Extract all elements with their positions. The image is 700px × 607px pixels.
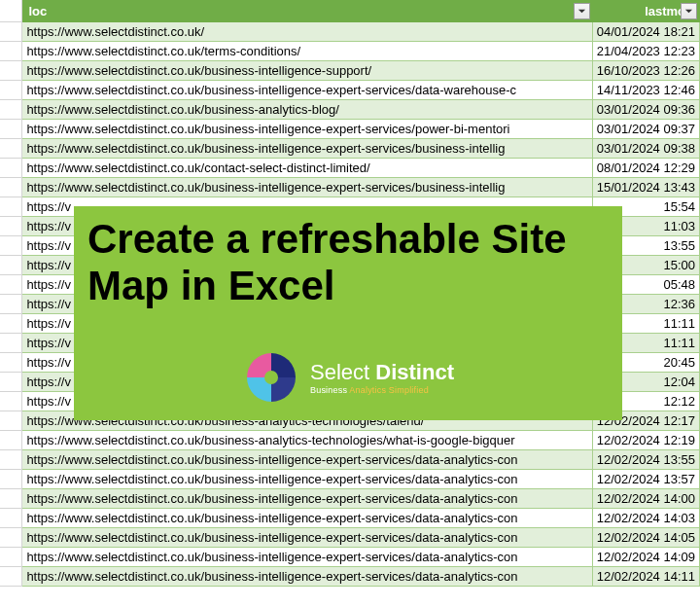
row-gutter: [0, 295, 22, 314]
row-gutter: [0, 373, 22, 392]
row-gutter: [0, 61, 22, 81]
table-row: https://www.selectdistinct.co.uk/busines…: [0, 431, 700, 450]
cell-lastmod[interactable]: 03/01/2024 09:37: [592, 120, 699, 139]
table-row: https://www.selectdistinct.co.uk/busines…: [0, 528, 700, 548]
cell-loc[interactable]: https://www.selectdistinct.co.uk/terms-c…: [22, 42, 592, 61]
cell-lastmod[interactable]: 12/02/2024 14:09: [592, 548, 699, 567]
row-gutter: [0, 314, 22, 334]
cell-lastmod[interactable]: 15/01/2024 13:43: [592, 178, 699, 197]
cell-loc[interactable]: https://www.selectdistinct.co.uk/busines…: [22, 450, 592, 470]
column-header-label: loc: [28, 4, 47, 18]
table-row: https://www.selectdistinct.co.uk/busines…: [0, 548, 700, 567]
row-gutter: [0, 431, 22, 450]
row-gutter: [0, 509, 22, 528]
cell-lastmod[interactable]: 12/02/2024 14:03: [592, 509, 699, 528]
row-gutter: [0, 197, 22, 217]
cell-loc[interactable]: https://www.selectdistinct.co.uk/busines…: [22, 100, 592, 120]
row-gutter: [0, 236, 22, 256]
title-overlay: Create a refreshable Site Map in Excel S…: [74, 206, 622, 420]
row-gutter: [0, 81, 22, 100]
row-gutter: [0, 139, 22, 159]
cell-loc[interactable]: https://www.selectdistinct.co.uk/busines…: [22, 81, 592, 100]
cell-lastmod[interactable]: 12/02/2024 14:05: [592, 528, 699, 548]
cell-lastmod[interactable]: 12/02/2024 14:11: [592, 567, 699, 587]
cell-lastmod[interactable]: 16/10/2023 12:26: [592, 61, 699, 81]
cell-loc[interactable]: https://www.selectdistinct.co.uk/busines…: [22, 139, 592, 159]
table-row: https://www.selectdistinct.co.uk/busines…: [0, 450, 700, 470]
row-gutter: [0, 100, 22, 120]
row-gutter: [0, 334, 22, 353]
row-gutter: [0, 548, 22, 567]
row-gutter: [0, 217, 22, 236]
cell-loc[interactable]: https://www.selectdistinct.co.uk/busines…: [22, 61, 592, 81]
row-gutter: [0, 470, 22, 489]
row-gutter: [0, 353, 22, 373]
cell-lastmod[interactable]: 03/01/2024 09:38: [592, 139, 699, 159]
row-gutter: [0, 256, 22, 275]
filter-dropdown-icon[interactable]: [574, 3, 590, 19]
table-row: https://www.selectdistinct.co.uk/busines…: [0, 139, 700, 159]
overlay-title: Create a refreshable Site Map in Excel: [88, 216, 609, 310]
row-gutter: [0, 411, 22, 431]
table-row: https://www.selectdistinct.co.uk/busines…: [0, 489, 700, 509]
row-gutter: [0, 567, 22, 587]
cell-lastmod[interactable]: 08/01/2024 12:29: [592, 159, 699, 178]
column-header-loc[interactable]: loc: [22, 1, 592, 22]
row-gutter: [0, 178, 22, 197]
table-row: https://www.selectdistinct.co.uk/terms-c…: [0, 42, 700, 61]
table-row: https://www.selectdistinct.co.uk/busines…: [0, 81, 700, 100]
column-header-lastmod[interactable]: lastmod: [592, 1, 699, 22]
logo-text: Select Distinct Business Analytics Simpl…: [310, 360, 454, 395]
cell-lastmod[interactable]: 04/01/2024 18:21: [592, 22, 699, 42]
table-row: https://www.selectdistinct.co.uk/busines…: [0, 178, 700, 197]
table-row: https://www.selectdistinct.co.uk/busines…: [0, 470, 700, 489]
row-gutter: [0, 159, 22, 178]
cell-lastmod[interactable]: 12/02/2024 14:00: [592, 489, 699, 509]
cell-loc[interactable]: https://www.selectdistinct.co.uk/busines…: [22, 509, 592, 528]
filter-dropdown-icon[interactable]: [681, 3, 697, 19]
row-gutter: [0, 22, 22, 42]
table-row: https://www.selectdistinct.co.uk/busines…: [0, 509, 700, 528]
table-row: https://www.selectdistinct.co.uk/busines…: [0, 567, 700, 587]
cell-loc[interactable]: https://www.selectdistinct.co.uk/busines…: [22, 528, 592, 548]
table-row: https://www.selectdistinct.co.uk/busines…: [0, 100, 700, 120]
brand-logo: Select Distinct Business Analytics Simpl…: [242, 348, 454, 407]
cell-loc[interactable]: https://www.selectdistinct.co.uk/contact…: [22, 159, 592, 178]
table-row: https://www.selectdistinct.co.uk/busines…: [0, 61, 700, 81]
cell-loc[interactable]: https://www.selectdistinct.co.uk/busines…: [22, 178, 592, 197]
table-row: https://www.selectdistinct.co.uk/busines…: [0, 120, 700, 139]
row-gutter: [0, 275, 22, 295]
cell-loc[interactable]: https://www.selectdistinct.co.uk/busines…: [22, 548, 592, 567]
row-gutter: [0, 450, 22, 470]
cell-loc[interactable]: https://www.selectdistinct.co.uk/busines…: [22, 489, 592, 509]
row-gutter: [0, 1, 22, 22]
cell-lastmod[interactable]: 21/04/2023 12:23: [592, 42, 699, 61]
cell-lastmod[interactable]: 14/11/2023 12:46: [592, 81, 699, 100]
cell-loc[interactable]: https://www.selectdistinct.co.uk/busines…: [22, 120, 592, 139]
row-gutter: [0, 120, 22, 139]
cell-loc[interactable]: https://www.selectdistinct.co.uk/: [22, 22, 592, 42]
cell-lastmod[interactable]: 12/02/2024 13:55: [592, 450, 699, 470]
row-gutter: [0, 489, 22, 509]
cell-lastmod[interactable]: 12/02/2024 12:19: [592, 431, 699, 450]
table-row: https://www.selectdistinct.co.uk/contact…: [0, 159, 700, 178]
row-gutter: [0, 42, 22, 61]
cell-loc[interactable]: https://www.selectdistinct.co.uk/busines…: [22, 567, 592, 587]
row-gutter: [0, 392, 22, 411]
cell-loc[interactable]: https://www.selectdistinct.co.uk/busines…: [22, 431, 592, 450]
cell-lastmod[interactable]: 03/01/2024 09:36: [592, 100, 699, 120]
cell-lastmod[interactable]: 12/02/2024 13:57: [592, 470, 699, 489]
row-gutter: [0, 528, 22, 548]
logo-mark-icon: [242, 348, 300, 407]
svg-point-0: [264, 371, 278, 384]
cell-loc[interactable]: https://www.selectdistinct.co.uk/busines…: [22, 470, 592, 489]
table-row: https://www.selectdistinct.co.uk/04/01/2…: [0, 22, 700, 42]
table-header-row: loclastmod: [0, 1, 700, 22]
